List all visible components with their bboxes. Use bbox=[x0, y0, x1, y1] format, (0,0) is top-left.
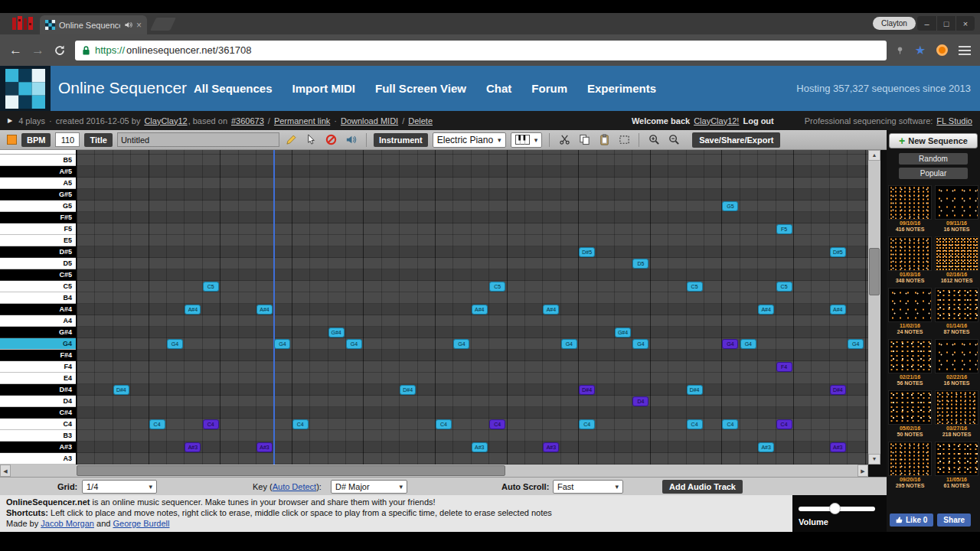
nav-item-import-midi[interactable]: Import MIDI bbox=[292, 82, 356, 95]
nav-item-forum[interactable]: Forum bbox=[531, 82, 567, 95]
site-title[interactable]: Online Sequencer bbox=[58, 79, 187, 97]
note-A#3[interactable]: A#3 bbox=[185, 442, 201, 452]
note-D#4[interactable]: D#4 bbox=[579, 385, 595, 395]
piano-key-F#5[interactable]: F#5 bbox=[0, 212, 76, 223]
grid-row-B3[interactable] bbox=[77, 430, 868, 442]
piano-key-D#5[interactable]: D#5 bbox=[0, 246, 76, 258]
tab-close-icon[interactable]: × bbox=[136, 21, 142, 30]
sequence-thumbnail[interactable]: 11/02/1624 NOTES bbox=[888, 288, 932, 335]
note-A#4[interactable]: A#4 bbox=[256, 305, 273, 315]
window-maximize-button[interactable]: □ bbox=[936, 16, 956, 31]
note-G4[interactable]: G4 bbox=[274, 339, 290, 349]
permanent-link[interactable]: Permanent link bbox=[274, 116, 330, 126]
nav-item-chat[interactable]: Chat bbox=[486, 82, 511, 95]
grid-row-A3[interactable] bbox=[77, 453, 868, 465]
bookmark-star-icon[interactable]: ★ bbox=[915, 43, 926, 57]
grid-row-A5[interactable] bbox=[77, 178, 868, 189]
piano-key-G#5[interactable]: G#5 bbox=[0, 189, 76, 201]
note-A#3[interactable]: A#3 bbox=[830, 442, 846, 452]
download-midi-link[interactable]: Download MIDI bbox=[341, 116, 398, 126]
sequence-thumbnail[interactable]: 02/22/1616 NOTES bbox=[935, 339, 978, 386]
grid-row-F4[interactable] bbox=[77, 361, 868, 373]
sequence-thumbnail[interactable]: 02/16/161612 NOTES bbox=[935, 236, 978, 284]
note-F5[interactable]: F5 bbox=[776, 224, 792, 234]
piano-key-F4[interactable]: F4 bbox=[0, 361, 76, 373]
piano-key-B5[interactable]: B5 bbox=[0, 155, 76, 166]
grid-row-G#4[interactable] bbox=[77, 327, 868, 338]
piano-key-G4[interactable]: G4 bbox=[0, 338, 76, 350]
note-D#5[interactable]: D#5 bbox=[830, 247, 846, 257]
piano-key-G#4[interactable]: G#4 bbox=[0, 327, 76, 338]
welcome-user-link[interactable]: ClayClay12! bbox=[694, 116, 739, 126]
piano-key-C#5[interactable]: C#5 bbox=[0, 269, 76, 281]
zoom-in-button[interactable] bbox=[646, 132, 662, 148]
sequence-thumbnail[interactable]: 03/27/16218 NOTES bbox=[935, 390, 978, 438]
popular-button[interactable]: Popular bbox=[899, 168, 968, 179]
grid-row-D#4[interactable] bbox=[77, 384, 868, 396]
note-A#4[interactable]: A#4 bbox=[543, 305, 559, 315]
note-G4[interactable]: G4 bbox=[632, 339, 648, 349]
piano-key-A3[interactable]: A3 bbox=[0, 453, 76, 465]
select-cursor-button[interactable] bbox=[304, 132, 319, 148]
nav-item-all-sequences[interactable]: All Sequences bbox=[194, 82, 273, 95]
note-D#5[interactable]: D#5 bbox=[579, 247, 595, 257]
piano-key-A#4[interactable]: A#4 bbox=[0, 304, 76, 315]
window-minimize-button[interactable]: – bbox=[917, 16, 936, 31]
piano-key-E4[interactable]: E4 bbox=[0, 373, 76, 384]
random-button[interactable]: Random bbox=[899, 153, 968, 165]
volume-slider-thumb[interactable] bbox=[829, 503, 841, 514]
note-C4[interactable]: C4 bbox=[203, 419, 219, 429]
add-audio-track-button[interactable]: Add Audio Track bbox=[662, 480, 743, 494]
vertical-scrollbar[interactable]: ▲ ▼ bbox=[868, 150, 880, 465]
piano-key-A#3[interactable]: A#3 bbox=[0, 442, 76, 453]
grid-row-A4[interactable] bbox=[77, 315, 868, 327]
tab-audio-icon[interactable] bbox=[124, 21, 132, 29]
save-share-export-button[interactable]: Save/Share/Export bbox=[692, 132, 780, 148]
grid-row-F#5[interactable] bbox=[77, 212, 868, 223]
grid-row-B5[interactable] bbox=[77, 155, 868, 166]
note-G4[interactable]: G4 bbox=[561, 339, 577, 349]
copy-button[interactable] bbox=[577, 132, 592, 148]
note-C5[interactable]: C5 bbox=[203, 282, 219, 292]
note-C4[interactable]: C4 bbox=[776, 419, 792, 429]
note-A#4[interactable]: A#4 bbox=[185, 305, 201, 315]
piano-key-A5[interactable]: A5 bbox=[0, 178, 76, 189]
delete-link[interactable]: Delete bbox=[408, 116, 433, 126]
note-A#4[interactable]: A#4 bbox=[472, 305, 488, 315]
window-close-button[interactable]: × bbox=[956, 16, 975, 31]
note-C4[interactable]: C4 bbox=[579, 419, 595, 429]
sequence-thumbnail[interactable]: 09/20/16295 NOTES bbox=[888, 442, 932, 489]
note-C4[interactable]: C4 bbox=[436, 419, 452, 429]
scroll-right-button[interactable]: ▶ bbox=[858, 465, 868, 477]
author-link[interactable]: ClayClay12 bbox=[144, 116, 187, 126]
note-grid[interactable]: G5F5D#5D#5D5C5C5C5C5A#4A#4A#4A#4A#4A#4G#… bbox=[77, 150, 868, 465]
grid-row-C#5[interactable] bbox=[77, 269, 868, 281]
sequence-thumbnail[interactable]: 05/02/1650 NOTES bbox=[888, 390, 932, 438]
grid-row-D#5[interactable] bbox=[77, 246, 868, 258]
note-D#4[interactable]: D#4 bbox=[687, 385, 703, 395]
auto-detect-link[interactable]: Auto Detect bbox=[273, 482, 316, 491]
george-burdell-link[interactable]: George Burdell bbox=[113, 519, 169, 528]
grid-row-E5[interactable] bbox=[77, 235, 868, 246]
autoscroll-select[interactable]: Fast ▾ bbox=[553, 480, 623, 494]
grid-row-C5[interactable] bbox=[77, 281, 868, 292]
sequence-thumbnail[interactable]: 01/03/16348 NOTES bbox=[888, 236, 932, 284]
new-tab-button[interactable] bbox=[150, 18, 176, 31]
note-C5[interactable]: C5 bbox=[776, 282, 792, 292]
title-input[interactable] bbox=[117, 132, 279, 147]
note-C4[interactable]: C4 bbox=[489, 419, 505, 429]
back-button[interactable]: ← bbox=[9, 43, 22, 58]
scroll-up-button[interactable]: ▲ bbox=[868, 150, 880, 161]
piano-key-C#4[interactable]: C#4 bbox=[0, 407, 76, 419]
note-G4[interactable]: G4 bbox=[848, 339, 864, 349]
sequence-thumbnail[interactable]: 02/21/1656 NOTES bbox=[888, 339, 932, 386]
pin-icon[interactable] bbox=[896, 46, 904, 55]
note-D#4[interactable]: D#4 bbox=[400, 385, 416, 395]
piano-key-D#4[interactable]: D#4 bbox=[0, 384, 76, 396]
note-D#4[interactable]: D#4 bbox=[113, 385, 129, 395]
instrument-select[interactable]: Electric Piano ▾ bbox=[433, 132, 506, 148]
sequence-thumbnail[interactable]: 09/11/1616 NOTES bbox=[935, 185, 978, 233]
speaker-button[interactable] bbox=[344, 132, 359, 148]
note-G5[interactable]: G5 bbox=[722, 201, 738, 211]
paste-button[interactable] bbox=[596, 132, 612, 148]
